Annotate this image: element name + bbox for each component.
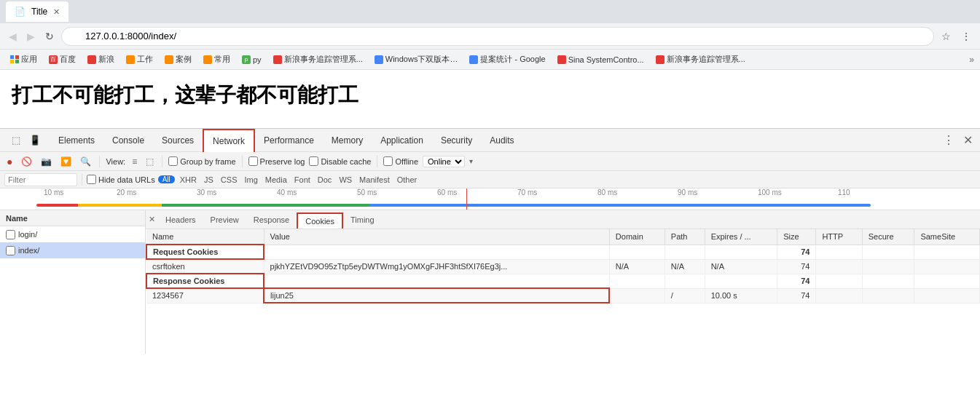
cookie-secure-1234567 xyxy=(862,288,914,303)
offline-label[interactable]: Offline xyxy=(383,156,418,166)
tab-elements[interactable]: Elements xyxy=(50,129,103,152)
tab-console[interactable]: Console xyxy=(103,129,153,152)
reload-button[interactable]: ↻ xyxy=(42,29,57,44)
url-input[interactable] xyxy=(61,27,934,46)
bookmark-sina-sys[interactable]: Sina SystemContro... xyxy=(553,54,648,65)
file-index-name: index/ xyxy=(18,246,39,255)
tab-preview[interactable]: Preview xyxy=(203,213,246,227)
camera-button[interactable]: 📷 xyxy=(39,156,54,167)
scale-60ms: 60 ms xyxy=(437,188,457,196)
offline-checkbox[interactable] xyxy=(383,156,393,166)
name-column-header: Name xyxy=(6,214,139,223)
filter-img[interactable]: Img xyxy=(242,175,259,185)
devtools-close-button[interactable]: ✕ xyxy=(959,133,977,147)
preserve-log-label[interactable]: Preserve log xyxy=(248,156,305,166)
toolbar-divider3 xyxy=(242,156,243,167)
cookie-http-1234567 xyxy=(816,288,862,303)
browser-tab[interactable]: 📄 Title ✕ xyxy=(6,1,68,22)
filter-media[interactable]: Media xyxy=(263,175,289,185)
devtools-device-icon[interactable]: 📱 xyxy=(26,133,44,147)
tab-sources[interactable]: Sources xyxy=(153,129,203,152)
tab-close-button[interactable]: ✕ xyxy=(53,7,60,17)
devtools-more-button[interactable]: ⋮ xyxy=(938,133,959,147)
bookmark-sina-mgmt[interactable]: 新浪事务追踪管理系... xyxy=(269,52,367,66)
tab-application[interactable]: Application xyxy=(372,129,432,152)
devtools-tabs: ⬚ 📱 Elements Console Sources Network Per… xyxy=(0,129,980,152)
scale-70ms: 70 ms xyxy=(517,188,537,196)
devtools-select-icon[interactable]: ⬚ xyxy=(9,133,23,147)
disable-cache-label[interactable]: Disable cache xyxy=(309,156,371,166)
filter-doc[interactable]: Doc xyxy=(315,175,334,185)
menu-button[interactable]: ⋮ xyxy=(958,29,974,44)
filter-xhr[interactable]: XHR xyxy=(178,175,199,185)
file-item-login[interactable]: login/ xyxy=(0,226,145,242)
tab-performance[interactable]: Performance xyxy=(255,129,323,152)
response-cookies-size: 74 xyxy=(777,274,816,288)
filter-ws[interactable]: WS xyxy=(337,175,354,185)
back-button[interactable]: ◀ xyxy=(6,29,20,44)
forward-button[interactable]: ▶ xyxy=(24,29,38,44)
view-label: View: xyxy=(106,157,125,166)
bookmark-common[interactable]: 常用 xyxy=(199,52,235,66)
detail-close-button[interactable]: ✕ xyxy=(149,215,155,224)
tab-cookies[interactable]: Cookies xyxy=(297,213,343,229)
filter-css[interactable]: CSS xyxy=(219,175,240,185)
group-by-frame-label[interactable]: Group by frame xyxy=(168,156,235,166)
scale-90ms: 90 ms xyxy=(678,188,697,196)
scale-50ms: 50 ms xyxy=(357,188,377,196)
bookmark-baidu[interactable]: 百 百度 xyxy=(44,52,80,66)
tab-security[interactable]: Security xyxy=(432,129,481,152)
cookie-path-csrftoken: N/A xyxy=(665,259,705,274)
bookmark-button[interactable]: ☆ xyxy=(938,29,954,44)
search-button[interactable]: 🔍 xyxy=(78,156,93,167)
file-index-checkbox[interactable] xyxy=(6,246,15,255)
bookmark-py[interactable]: p py xyxy=(238,54,266,65)
filter-manifest[interactable]: Manifest xyxy=(357,175,392,185)
view-list-button[interactable]: ≡ xyxy=(130,156,139,167)
filter-js[interactable]: JS xyxy=(202,175,216,185)
tab-network[interactable]: Network xyxy=(203,129,255,152)
bookmark-proposal[interactable]: 提案统计 - Google xyxy=(465,52,549,66)
group-by-frame-checkbox[interactable] xyxy=(168,156,178,166)
filter-other[interactable]: Other xyxy=(395,175,420,185)
bookmark-sina[interactable]: 新浪 xyxy=(83,52,119,66)
filter-input[interactable] xyxy=(4,173,77,186)
hide-data-urls-checkbox[interactable] xyxy=(87,175,96,184)
clear-button[interactable]: 🚫 xyxy=(19,156,34,167)
filter-font[interactable]: Font xyxy=(292,175,313,185)
devtools-panel: ⬚ 📱 Elements Console Sources Network Per… xyxy=(0,128,980,354)
tab-timing[interactable]: Timing xyxy=(343,213,382,227)
filter-bar: Hide data URLs All XHR JS CSS Img Media … xyxy=(0,171,980,188)
hide-data-urls-label[interactable]: Hide data URLs xyxy=(87,175,155,184)
cookie-samesite-1234567 xyxy=(914,288,980,303)
bookmark-sina-mgmt2[interactable]: 新浪事务追踪管理系... xyxy=(651,52,750,66)
table-row: csrftoken pjkhYZEtVD9O95zTtp5eyDWTWmg1yO… xyxy=(146,259,980,274)
filter-divider xyxy=(82,174,82,186)
tab-audits[interactable]: Audits xyxy=(481,129,522,152)
request-cookies-label: Request Cookies xyxy=(146,245,264,259)
tab-headers[interactable]: Headers xyxy=(158,213,203,227)
preserve-log-text: Preserve log xyxy=(260,157,305,166)
disable-cache-checkbox[interactable] xyxy=(309,156,318,166)
cookie-samesite-csrftoken xyxy=(914,259,980,274)
bookmark-apps[interactable]: 应用 xyxy=(6,52,42,66)
bookmark-work[interactable]: 工作 xyxy=(122,52,157,66)
bookmark-sina-mgmt-label: 新浪事务追踪管理系... xyxy=(284,54,363,65)
bookmark-cases[interactable]: 案例 xyxy=(160,52,196,66)
toolbar-divider4 xyxy=(377,156,377,167)
filter-button[interactable]: 🔽 xyxy=(58,156,74,167)
file-login-checkbox[interactable] xyxy=(6,230,15,239)
view-waterfall-button[interactable]: ⬚ xyxy=(144,156,156,167)
tab-memory[interactable]: Memory xyxy=(323,129,372,152)
col-name: Name xyxy=(146,229,264,245)
throttle-select[interactable]: Online xyxy=(423,156,465,167)
record-button[interactable]: ● xyxy=(4,155,15,168)
scale-30ms: 30 ms xyxy=(197,188,216,196)
preserve-log-checkbox[interactable] xyxy=(248,156,258,166)
bookmarks-more[interactable]: » xyxy=(969,55,974,65)
bookmark-sina-label: 新浪 xyxy=(98,54,114,65)
bookmark-windows[interactable]: Windows下双版本… xyxy=(370,52,463,66)
filter-all[interactable]: All xyxy=(158,175,175,183)
file-item-index[interactable]: index/ xyxy=(0,242,145,258)
tab-response[interactable]: Response xyxy=(246,213,297,227)
